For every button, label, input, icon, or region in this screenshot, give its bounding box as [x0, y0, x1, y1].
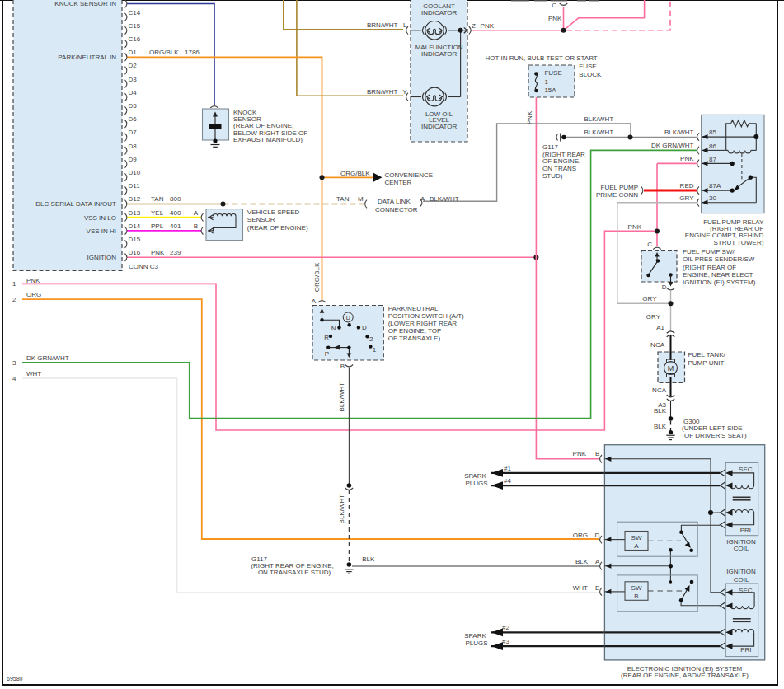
svg-text:B: B [634, 593, 638, 600]
svg-text:VEHICLE SPEED: VEHICLE SPEED [247, 209, 300, 216]
svg-text:87A: 87A [709, 182, 721, 190]
svg-text:PNK: PNK [628, 223, 642, 231]
svg-text:(REAR OF ENGINE, ABOVE TRANSAX: (REAR OF ENGINE, ABOVE TRANSAXLE) [621, 672, 749, 679]
svg-text:D10: D10 [129, 169, 141, 176]
svg-text:POSITION SWITCH (A/T): POSITION SWITCH (A/T) [388, 312, 464, 320]
svg-text:FUEL PUMP: FUEL PUMP [601, 184, 639, 191]
svg-text:N: N [331, 325, 336, 332]
svg-text:COIL: COIL [734, 545, 749, 552]
svg-text:OF ENGINE, TOP: OF ENGINE, TOP [388, 327, 442, 335]
svg-text:(UNDER LEFT SIDE: (UNDER LEFT SIDE [682, 424, 743, 432]
svg-text:SW: SW [631, 584, 642, 592]
svg-text:(LOWER RIGHT REAR: (LOWER RIGHT REAR [388, 320, 458, 327]
svg-text:3: 3 [12, 359, 16, 367]
svg-text:BLK/WHT: BLK/WHT [664, 129, 694, 136]
svg-text:D7: D7 [129, 129, 138, 136]
svg-text:BLK: BLK [575, 558, 589, 565]
svg-text:D14: D14 [129, 223, 141, 230]
svg-text:PLUGS: PLUGS [465, 640, 487, 647]
svg-text:FUEL PUMP SW/: FUEL PUMP SW/ [683, 248, 735, 255]
svg-text:CONN C3: CONN C3 [129, 263, 159, 270]
svg-text:RED: RED [680, 182, 694, 190]
svg-text:CONNECTOR: CONNECTOR [375, 206, 418, 213]
svg-text:69580: 69580 [7, 676, 23, 682]
svg-text:D: D [662, 284, 667, 291]
svg-text:B: B [595, 450, 599, 457]
svg-text:ENGINE, NEAR ELECT: ENGINE, NEAR ELECT [683, 271, 753, 279]
svg-text:INDICATOR: INDICATOR [421, 123, 457, 130]
svg-text:BRN/WHT: BRN/WHT [367, 21, 397, 29]
svg-text:PNK: PNK [548, 15, 562, 22]
svg-text:IGNITION (EI) SYSTEM): IGNITION (EI) SYSTEM) [683, 279, 756, 286]
svg-text:D3: D3 [129, 76, 138, 83]
svg-text:D16: D16 [129, 249, 141, 256]
svg-text:ORG/BLK: ORG/BLK [149, 49, 179, 56]
svg-text:COIL: COIL [734, 576, 749, 584]
svg-text:ORG/BLK: ORG/BLK [313, 262, 321, 292]
svg-text:#4: #4 [504, 477, 511, 485]
svg-text:EXHAUST MANIFOLD): EXHAUST MANIFOLD) [233, 136, 303, 143]
svg-text:C14: C14 [129, 9, 141, 16]
svg-text:VSS IN LO: VSS IN LO [84, 214, 116, 222]
svg-text:D6: D6 [129, 115, 138, 123]
svg-text:BLK/WHT: BLK/WHT [584, 129, 614, 136]
svg-text:D: D [346, 315, 350, 321]
svg-text:SPARK: SPARK [464, 472, 486, 480]
svg-text:M: M [358, 195, 364, 203]
svg-text:E: E [595, 584, 599, 592]
svg-text:BLK: BLK [362, 555, 375, 563]
svg-text:GRY: GRY [646, 313, 661, 321]
svg-text:C: C [647, 241, 652, 248]
svg-text:1786: 1786 [185, 49, 200, 56]
svg-text:R: R [324, 334, 329, 341]
svg-text:A: A [420, 195, 425, 203]
svg-text:WHT: WHT [573, 584, 588, 592]
svg-text:A: A [194, 209, 199, 217]
svg-text:NCA: NCA [652, 387, 667, 394]
svg-text:SEC: SEC [739, 466, 753, 473]
svg-text:1: 1 [12, 280, 16, 288]
svg-text:PPL: PPL [151, 223, 164, 230]
svg-text:GRY: GRY [679, 195, 694, 202]
svg-text:B: B [194, 223, 198, 230]
svg-text:ORG/BLK: ORG/BLK [340, 170, 370, 177]
svg-text:(REAR OF ENGINE): (REAR OF ENGINE) [247, 224, 308, 232]
svg-text:NCA: NCA [650, 341, 665, 349]
svg-text:G300: G300 [683, 418, 700, 425]
svg-text:PRIME CONN: PRIME CONN [596, 191, 638, 199]
svg-text:PNK: PNK [526, 110, 533, 124]
svg-text:BLK/WHT: BLK/WHT [584, 115, 614, 123]
svg-text:15A: 15A [544, 87, 556, 94]
svg-text:OF TRANSAXLE): OF TRANSAXLE) [388, 335, 441, 342]
svg-text:2: 2 [12, 296, 16, 303]
svg-text:400: 400 [170, 209, 181, 217]
svg-text:87: 87 [709, 156, 716, 163]
svg-text:86: 86 [709, 143, 716, 150]
svg-text:A: A [634, 542, 639, 550]
svg-text:D9: D9 [129, 156, 138, 163]
svg-text:KNOCK SENSOR IN: KNOCK SENSOR IN [54, 0, 116, 7]
svg-text:DLC SERIAL DATA IN/OUT: DLC SERIAL DATA IN/OUT [35, 200, 116, 208]
svg-text:SEC: SEC [739, 587, 753, 594]
svg-text:D2: D2 [129, 62, 138, 69]
svg-text:WHT: WHT [26, 370, 41, 377]
svg-text:DK GRN/WHT: DK GRN/WHT [651, 142, 694, 149]
svg-text:C15: C15 [129, 22, 141, 30]
svg-text:SW: SW [631, 534, 642, 541]
svg-text:2: 2 [369, 335, 373, 343]
svg-text:PNK: PNK [680, 155, 694, 162]
svg-text:BLK: BLK [654, 423, 667, 430]
svg-text:TAN: TAN [151, 195, 164, 203]
svg-text:PNK: PNK [151, 249, 165, 256]
svg-text:239: 239 [170, 249, 181, 256]
svg-text:BLK/WHT: BLK/WHT [338, 382, 345, 412]
svg-text:STUD): STUD) [542, 172, 563, 180]
svg-text:C16: C16 [129, 35, 141, 43]
svg-text:BLOCK: BLOCK [579, 71, 602, 78]
svg-text:30: 30 [709, 195, 716, 202]
svg-text:800: 800 [170, 195, 181, 203]
svg-text:PRI: PRI [740, 527, 751, 534]
svg-text:TAN: TAN [336, 195, 350, 203]
svg-text:CENTER: CENTER [385, 179, 412, 186]
svg-text:HOT IN RUN, BULB TEST OR START: HOT IN RUN, BULB TEST OR START [486, 54, 598, 62]
